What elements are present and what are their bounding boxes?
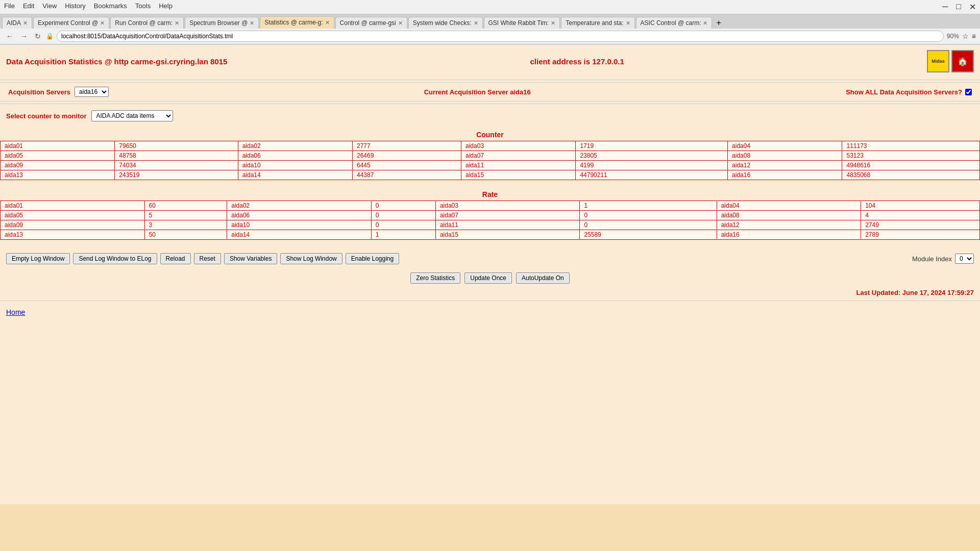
- cell-name: aida09: [1, 161, 115, 170]
- cell-name: aida07: [435, 211, 580, 220]
- bookmark-icon[interactable]: ☆: [962, 32, 969, 40]
- counter-header: Counter: [0, 129, 980, 141]
- tab-label: AIDA: [7, 19, 21, 27]
- tab-spectrum-browser[interactable]: Spectrum Browser @ ✕: [185, 17, 259, 29]
- cell-value: 48758: [115, 151, 238, 161]
- show-all-checkbox[interactable]: [965, 89, 972, 95]
- cell-name: aida06: [227, 211, 372, 220]
- menu-icon[interactable]: ≡: [972, 32, 976, 40]
- show-log-button[interactable]: Show Log Window: [280, 253, 342, 264]
- menu-tools[interactable]: Tools: [135, 2, 151, 12]
- tab-label: Control @ carme-gsi: [340, 19, 396, 27]
- tab-temperature[interactable]: Temperature and sta: ✕: [561, 17, 634, 29]
- window-close[interactable]: ✕: [969, 2, 976, 12]
- acquisition-servers-label: Acquisition Servers: [8, 88, 70, 96]
- counter-select-dropdown[interactable]: AIDA ADC data items: [91, 110, 173, 121]
- cell-value: 4: [861, 211, 980, 220]
- table-row: aida01 79650 aida02 2777 aida03 1719 aid…: [1, 141, 980, 151]
- cell-name: aida16: [728, 170, 842, 180]
- server-left: Acquisition Servers aida16: [8, 87, 109, 97]
- enable-logging-button[interactable]: Enable Logging: [346, 253, 399, 264]
- tab-close-icon[interactable]: ✕: [250, 20, 254, 27]
- window-maximize[interactable]: □: [956, 2, 961, 12]
- counter-section: Counter aida01 79650 aida02 2777 aida03 …: [0, 129, 980, 180]
- reload-button[interactable]: ↻: [33, 31, 43, 41]
- cell-name: aida07: [461, 151, 576, 161]
- cell-name: aida16: [717, 230, 861, 240]
- tab-close-icon[interactable]: ✕: [703, 20, 707, 27]
- show-all-servers: Show ALL Data Acquisition Servers?: [846, 88, 972, 96]
- cell-name: aida05: [1, 151, 115, 161]
- window-minimize[interactable]: ─: [942, 2, 948, 12]
- module-index-select[interactable]: 0: [955, 254, 974, 264]
- home-link[interactable]: Home: [6, 308, 25, 316]
- cell-value: 4948616: [842, 161, 980, 170]
- cell-value: 23805: [576, 151, 728, 161]
- tab-label: GSI White Rabbit Tim:: [488, 19, 549, 27]
- new-tab-button[interactable]: +: [713, 17, 724, 29]
- tab-close-icon[interactable]: ✕: [175, 20, 179, 27]
- menu-view[interactable]: View: [42, 2, 57, 12]
- empty-log-button[interactable]: Empty Log Window: [6, 253, 70, 264]
- tab-experiment-control[interactable]: Experiment Control @ ✕: [33, 17, 109, 29]
- browser-chrome: File Edit View History Bookmarks Tools H…: [0, 0, 980, 45]
- back-button[interactable]: ←: [4, 31, 15, 41]
- menu-help[interactable]: Help: [159, 2, 173, 12]
- tab-close-icon[interactable]: ✕: [23, 20, 28, 27]
- cell-value: 5: [144, 211, 227, 220]
- cell-value: 2777: [352, 141, 461, 151]
- tab-gsi-white-rabbit[interactable]: GSI White Rabbit Tim: ✕: [484, 17, 560, 29]
- update-once-button[interactable]: Update Once: [464, 272, 512, 284]
- zero-statistics-button[interactable]: Zero Statistics: [410, 272, 460, 284]
- cell-value: 0: [580, 211, 717, 220]
- menu-history[interactable]: History: [65, 2, 85, 12]
- tab-control[interactable]: Control @ carme-gsi ✕: [335, 17, 407, 29]
- tab-close-icon[interactable]: ✕: [474, 20, 478, 27]
- menu-bar: File Edit View History Bookmarks Tools H…: [0, 0, 980, 14]
- cell-name: aida14: [227, 230, 372, 240]
- reload-page-button[interactable]: Reload: [160, 253, 191, 264]
- tab-run-control[interactable]: Run Control @ carm: ✕: [110, 17, 184, 29]
- cell-name: aida13: [1, 170, 115, 180]
- menu-bookmarks[interactable]: Bookmarks: [94, 2, 127, 12]
- tab-close-icon[interactable]: ✕: [551, 20, 555, 27]
- server-bar: Acquisition Servers aida16 Current Acqui…: [0, 82, 980, 102]
- cell-value: 3: [144, 220, 227, 230]
- cell-name: aida13: [1, 230, 145, 240]
- cell-value: 74034: [115, 161, 238, 170]
- cell-name: aida04: [717, 201, 861, 211]
- cell-value: 53123: [842, 151, 980, 161]
- tab-close-icon[interactable]: ✕: [398, 20, 403, 27]
- show-variables-button[interactable]: Show Variables: [224, 253, 278, 264]
- menu-file[interactable]: File: [4, 2, 15, 12]
- tab-aida[interactable]: AIDA ✕: [2, 17, 32, 29]
- current-server-label: Current Acquisition Server aida16: [424, 88, 531, 96]
- url-input[interactable]: [57, 31, 944, 42]
- tab-close-icon[interactable]: ✕: [100, 20, 105, 27]
- tab-statistics[interactable]: Statistics @ carme-g: ✕: [260, 16, 334, 29]
- cell-value: 79650: [115, 141, 238, 151]
- page-title: Data Acquisition Statistics @ http carme…: [6, 57, 227, 66]
- cell-value: 60: [144, 201, 227, 211]
- acquisition-servers-select[interactable]: aida16: [75, 87, 109, 97]
- cell-value: 2789: [861, 230, 980, 240]
- tab-asic-control[interactable]: ASIC Control @ carm: ✕: [636, 17, 713, 29]
- cell-name: aida03: [435, 201, 580, 211]
- cell-name: aida11: [435, 220, 580, 230]
- autoupdate-button[interactable]: AutoUpdate On: [516, 272, 570, 284]
- tab-system-checks[interactable]: System wide Checks: ✕: [408, 17, 483, 29]
- rate-section: Rate aida01 60 aida02 0 aida03 1 aida04 …: [0, 188, 980, 240]
- cell-name: aida02: [227, 201, 372, 211]
- tab-close-icon[interactable]: ✕: [626, 20, 630, 27]
- button-bar: Empty Log Window Send Log Window to ELog…: [0, 248, 980, 269]
- cell-value: 50: [144, 230, 227, 240]
- send-log-button[interactable]: Send Log Window to ELog: [73, 253, 157, 264]
- tab-bar: AIDA ✕ Experiment Control @ ✕ Run Contro…: [0, 14, 980, 29]
- reset-button[interactable]: Reset: [194, 253, 221, 264]
- cell-value: 1: [371, 230, 435, 240]
- table-row: aida13 50 aida14 1 aida15 25589 aida16 2…: [1, 230, 980, 240]
- menu-edit[interactable]: Edit: [23, 2, 34, 12]
- tab-close-icon[interactable]: ✕: [325, 19, 330, 26]
- cell-value: 4835068: [842, 170, 980, 180]
- forward-button[interactable]: →: [18, 31, 30, 41]
